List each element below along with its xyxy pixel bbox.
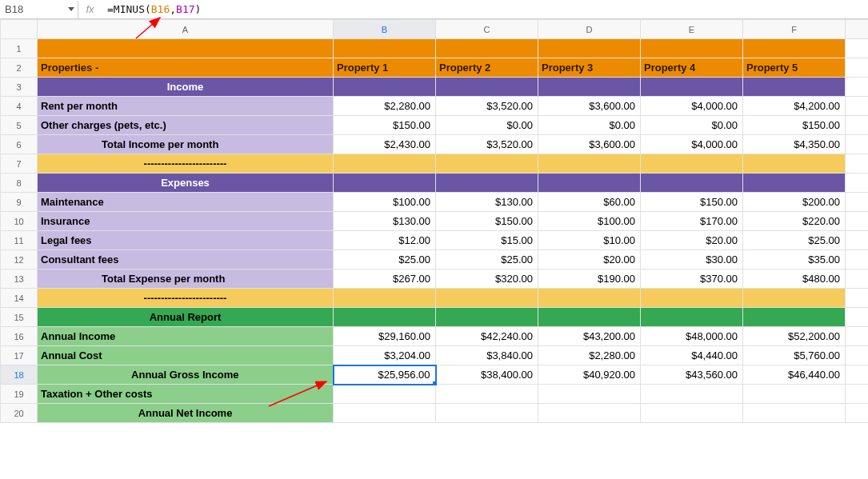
value-cell[interactable]: $25.00	[334, 250, 436, 269]
row-label[interactable]: Maintenance	[38, 193, 334, 212]
row-header[interactable]: 9	[1, 193, 38, 212]
value-cell[interactable]	[743, 404, 846, 423]
row-label[interactable]: Legal fees	[38, 231, 334, 250]
value-cell[interactable]: $38,400.00	[436, 365, 538, 385]
cell[interactable]: Rental Income Portfolio	[38, 39, 334, 58]
value-cell[interactable]: $3,520.00	[436, 97, 538, 116]
separator[interactable]: ------------------------	[38, 289, 334, 308]
cell[interactable]	[846, 365, 869, 385]
row-header[interactable]: 10	[1, 212, 38, 231]
section-header[interactable]	[641, 174, 743, 193]
cell[interactable]	[846, 404, 869, 423]
column-label[interactable]: Property 5	[743, 58, 846, 78]
value-cell[interactable]: $100.00	[538, 212, 641, 231]
value-cell[interactable]: $29,160.00	[334, 327, 436, 346]
section-header[interactable]	[538, 308, 641, 327]
value-cell[interactable]: $43,200.00	[538, 327, 641, 346]
row-header[interactable]: 7	[1, 154, 38, 174]
value-cell[interactable]: $4,000.00	[641, 97, 743, 116]
value-cell[interactable]: $2,430.00	[334, 135, 436, 154]
value-cell[interactable]: $3,520.00	[436, 135, 538, 154]
row-header[interactable]: 17	[1, 346, 38, 365]
value-cell[interactable]: $40,920.00	[538, 365, 641, 385]
cell[interactable]	[436, 39, 538, 58]
section-header[interactable]	[743, 174, 846, 193]
value-cell[interactable]: $170.00	[641, 212, 743, 231]
column-header[interactable]	[846, 20, 869, 39]
separator[interactable]	[436, 154, 538, 174]
section-header[interactable]	[334, 78, 436, 97]
value-cell[interactable]: $43,560.00	[641, 365, 743, 385]
column-label[interactable]: Property 3	[538, 58, 641, 78]
value-cell[interactable]	[334, 404, 436, 423]
value-cell[interactable]: $10.00	[538, 231, 641, 250]
value-cell[interactable]: $4,000.00	[641, 135, 743, 154]
value-cell[interactable]: $0.00	[538, 116, 641, 135]
section-header[interactable]	[641, 308, 743, 327]
value-cell[interactable]: $46,440.00	[743, 365, 846, 385]
section-header[interactable]	[436, 308, 538, 327]
row-header[interactable]: 1	[1, 39, 38, 58]
separator[interactable]	[436, 289, 538, 308]
row-header[interactable]: 19	[1, 385, 38, 404]
value-cell[interactable]	[436, 385, 538, 404]
row-label[interactable]: Taxation + Other costs	[38, 385, 334, 404]
row-label[interactable]: Consultant fees	[38, 250, 334, 269]
row-label[interactable]: Annual Net Income	[38, 404, 334, 423]
row-label[interactable]: Annual Gross Income	[38, 365, 334, 385]
section-header[interactable]	[743, 78, 846, 97]
value-cell[interactable]: $2,280.00	[334, 97, 436, 116]
value-cell[interactable]	[538, 385, 641, 404]
value-cell[interactable]: $42,240.00	[436, 327, 538, 346]
separator[interactable]: ------------------------	[38, 154, 334, 174]
value-cell[interactable]: $25.00	[743, 231, 846, 250]
column-header[interactable]: A	[38, 20, 334, 39]
cell[interactable]	[846, 135, 869, 154]
value-cell[interactable]: $20.00	[538, 250, 641, 269]
row-header[interactable]: 18	[1, 365, 38, 385]
value-cell[interactable]: $267.00	[334, 269, 436, 289]
row-header[interactable]: 16	[1, 327, 38, 346]
value-cell[interactable]: $12.00	[334, 231, 436, 250]
cell[interactable]	[846, 346, 869, 365]
column-header[interactable]: E	[641, 20, 743, 39]
section-header[interactable]	[334, 308, 436, 327]
cell[interactable]	[846, 269, 869, 289]
cell[interactable]	[846, 327, 869, 346]
value-cell[interactable]: $150.00	[334, 116, 436, 135]
value-cell[interactable]: $200.00	[743, 193, 846, 212]
row-label[interactable]: Annual Income	[38, 327, 334, 346]
section-header[interactable]	[743, 308, 846, 327]
row-header[interactable]: 5	[1, 116, 38, 135]
value-cell[interactable]: $20.00	[641, 231, 743, 250]
value-cell[interactable]: $100.00	[334, 193, 436, 212]
cell[interactable]	[846, 289, 869, 308]
section-header[interactable]	[641, 78, 743, 97]
value-cell[interactable]: $4,440.00	[641, 346, 743, 365]
row-header[interactable]: 3	[1, 78, 38, 97]
value-cell[interactable]: $48,000.00	[641, 327, 743, 346]
section-header[interactable]	[538, 174, 641, 193]
value-cell[interactable]: $150.00	[743, 116, 846, 135]
section-header[interactable]: Income	[38, 78, 334, 97]
value-cell[interactable]: $0.00	[436, 116, 538, 135]
cell[interactable]	[846, 154, 869, 174]
value-cell[interactable]: $60.00	[538, 193, 641, 212]
value-cell[interactable]: $130.00	[334, 212, 436, 231]
value-cell[interactable]	[641, 404, 743, 423]
cell[interactable]	[846, 97, 869, 116]
value-cell[interactable]	[641, 385, 743, 404]
value-cell[interactable]: $0.00	[641, 116, 743, 135]
section-header[interactable]	[334, 174, 436, 193]
row-header[interactable]: 12	[1, 250, 38, 269]
value-cell[interactable]: $35.00	[743, 250, 846, 269]
row-label[interactable]: Total Expense per month	[38, 269, 334, 289]
cell[interactable]	[846, 250, 869, 269]
section-header[interactable]: Expenses	[38, 174, 334, 193]
value-cell[interactable]: $370.00	[641, 269, 743, 289]
section-header[interactable]	[436, 78, 538, 97]
separator[interactable]	[743, 289, 846, 308]
column-header[interactable]: B	[334, 20, 436, 39]
value-cell[interactable]: $3,840.00	[436, 346, 538, 365]
formula-input[interactable]: =MINUS(B16,B17)	[102, 3, 868, 15]
